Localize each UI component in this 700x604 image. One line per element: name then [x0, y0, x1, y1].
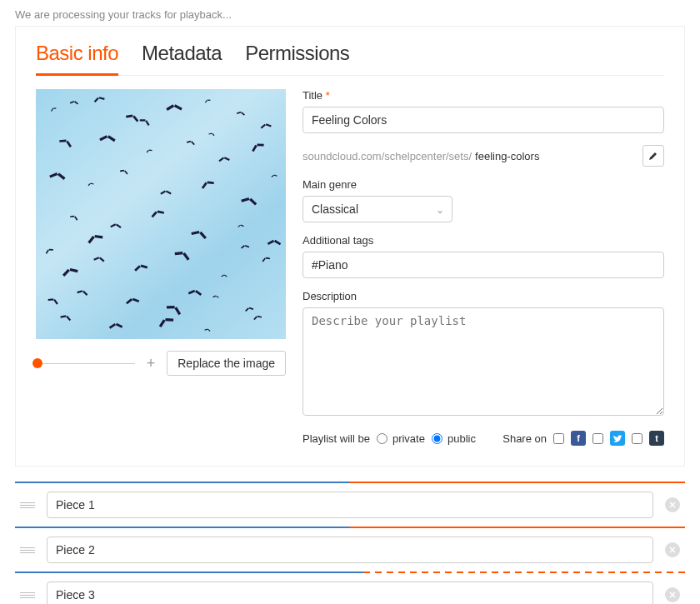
tab-permissions[interactable]: Permissions — [245, 42, 349, 73]
drag-handle-icon[interactable] — [20, 502, 35, 508]
add-image-icon[interactable]: + — [143, 355, 159, 372]
track-progress-bar — [15, 572, 685, 573]
drag-handle-icon[interactable] — [20, 592, 35, 598]
tab-basic-info[interactable]: Basic info — [36, 42, 118, 76]
delete-track-button[interactable] — [665, 497, 680, 512]
tags-input[interactable] — [302, 252, 664, 278]
processing-banner: We are processing your tracks for playba… — [0, 0, 700, 26]
upload-card: Basic info Metadata Permissions + Replac… — [15, 26, 685, 467]
genre-label: Main genre — [302, 178, 664, 191]
track-name-input[interactable] — [47, 537, 653, 563]
close-icon — [669, 592, 676, 598]
share-tumblr-checkbox[interactable] — [632, 433, 642, 444]
description-label: Description — [302, 290, 664, 302]
tumblr-icon: t — [649, 431, 664, 446]
tags-label: Additional tags — [302, 234, 664, 247]
facebook-icon: f — [571, 431, 586, 446]
track-row — [15, 483, 685, 527]
share-facebook-checkbox[interactable] — [553, 433, 564, 444]
edit-slug-button[interactable] — [642, 145, 664, 167]
image-slider[interactable] — [36, 363, 135, 364]
drag-handle-icon[interactable] — [20, 547, 35, 553]
close-icon — [669, 547, 676, 553]
track-row — [15, 573, 685, 604]
privacy-label: Playlist will be — [302, 432, 370, 445]
twitter-icon — [610, 431, 625, 446]
share-twitter-checkbox[interactable] — [592, 433, 603, 444]
track-row — [15, 528, 685, 572]
track-progress-bar — [15, 527, 685, 528]
track-progress-bar — [15, 482, 685, 483]
url-prefix: soundcloud.com/schelpcenter/sets/ — [302, 150, 472, 162]
description-textarea[interactable] — [302, 307, 664, 416]
privacy-public-radio[interactable]: public — [432, 432, 476, 445]
privacy-private-radio[interactable]: private — [377, 432, 425, 445]
title-input[interactable] — [302, 107, 664, 133]
tab-metadata[interactable]: Metadata — [142, 42, 222, 73]
share-label: Share on — [502, 432, 547, 445]
artwork-preview — [36, 89, 286, 339]
track-name-input[interactable] — [47, 492, 653, 518]
genre-select[interactable] — [302, 196, 452, 222]
track-list — [15, 482, 685, 604]
title-label: Title * — [302, 89, 664, 102]
delete-track-button[interactable] — [665, 587, 680, 602]
close-icon — [669, 502, 676, 508]
replace-image-button[interactable]: Replace the image — [167, 351, 286, 376]
pencil-icon — [648, 151, 658, 161]
url-slug: feeling-colors — [475, 150, 639, 162]
track-name-input[interactable] — [47, 582, 653, 604]
delete-track-button[interactable] — [665, 542, 680, 557]
tab-bar: Basic info Metadata Permissions — [36, 42, 664, 76]
